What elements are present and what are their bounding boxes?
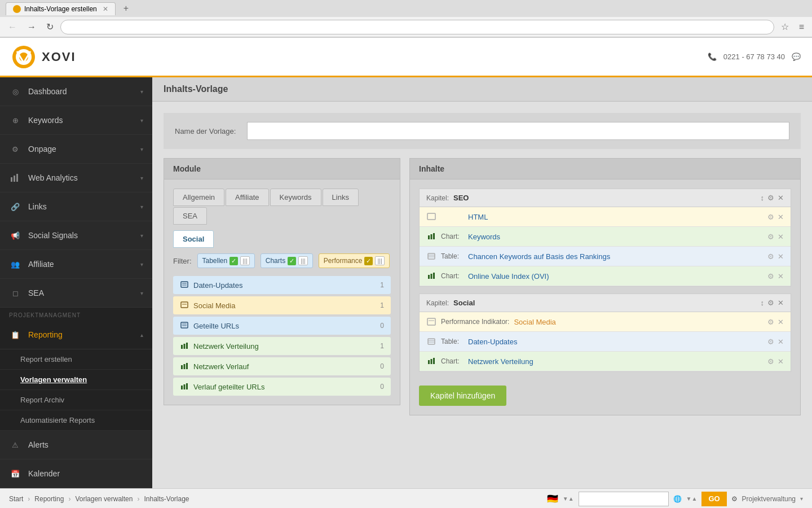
breadcrumb-start[interactable]: Start: [9, 495, 23, 503]
content-chart-keywords-close[interactable]: ✕: [778, 233, 784, 241]
module-item-daten-updates[interactable]: Daten-Updates 1: [173, 276, 391, 294]
content-table-daten-label[interactable]: Daten-Updates: [468, 338, 763, 346]
content-chart-keywords-label[interactable]: Keywords: [468, 233, 763, 241]
content-chart-ovi-close[interactable]: ✕: [778, 272, 784, 281]
flag-icon[interactable]: 🇩🇪: [547, 493, 558, 504]
form-name-input[interactable]: [247, 122, 789, 140]
sidebar-section-projektmanagement: PROJEKTMANAGMENT: [0, 308, 152, 321]
sidebar-sub-automatisierte-reports[interactable]: Automatisierte Reports: [0, 410, 152, 431]
content-chart-netzwerk-close[interactable]: ✕: [778, 357, 784, 366]
svg-rect-22: [186, 383, 188, 389]
filter-tabellen-bars[interactable]: |||: [240, 256, 250, 265]
module-item-geteilte-urls[interactable]: Geteilte URLs 0: [173, 317, 391, 335]
sidebar-item-keywords[interactable]: ⊕ Keywords ▾: [0, 106, 152, 135]
chapter-social-move-icon[interactable]: ↕: [761, 299, 765, 307]
sidebar-item-onpage[interactable]: ⚙ Onpage ▾: [0, 135, 152, 164]
flag-dropdown-icon[interactable]: ▼▲: [563, 496, 574, 502]
back-button[interactable]: ←: [5, 21, 20, 33]
filter-charts-check[interactable]: ✓: [288, 257, 296, 265]
sidebar-item-alerts[interactable]: ⚠ Alerts: [0, 431, 152, 459]
links-icon: 🔗: [9, 200, 21, 213]
chapter-social-settings-icon[interactable]: ⚙: [767, 299, 774, 307]
filter-performance-bars[interactable]: |||: [375, 256, 385, 265]
module-item-netzwerk-verteilung[interactable]: Netzwerk Verteilung 1: [173, 337, 391, 355]
module-item-social-media[interactable]: Social Media 1: [173, 296, 391, 314]
content-perf-social-type: Performance Indikator:: [441, 318, 509, 326]
chapter-seo-move-icon[interactable]: ↕: [761, 194, 765, 202]
content-perf-social-settings[interactable]: ⚙: [767, 318, 774, 326]
content-chart-keywords-icon: [426, 231, 436, 242]
sidebar-item-links[interactable]: 🔗 Links ▾: [0, 192, 152, 221]
content-chart-netzwerk-type: Chart:: [441, 357, 464, 365]
forward-button[interactable]: →: [24, 21, 39, 33]
keywords-icon: ⊕: [9, 114, 21, 126]
breadcrumb-vorlagen[interactable]: Vorlagen verwalten: [75, 495, 133, 503]
sidebar-item-reporting[interactable]: 📋 Reporting ▴: [0, 321, 152, 349]
reload-button[interactable]: ↻: [43, 20, 57, 33]
header-right: 📞 0221 - 67 78 73 40 💬: [708, 52, 801, 61]
filter-tabellen[interactable]: Tabellen ✓ |||: [197, 253, 255, 268]
sidebar-item-kalender[interactable]: 📅 Kalender: [0, 459, 152, 488]
sea-icon: ◻: [9, 287, 21, 299]
sidebar-sub-report-erstellen[interactable]: Report erstellen: [0, 349, 152, 370]
content-chart-ovi-settings[interactable]: ⚙: [767, 272, 774, 281]
add-chapter-button[interactable]: Kapitel hinzufügen: [419, 386, 506, 406]
content-chart-keywords-settings[interactable]: ⚙: [767, 233, 774, 241]
sidebar-item-social-signals[interactable]: 📢 Social Signals ▾: [0, 221, 152, 250]
settings-dropdown-icon[interactable]: ▾: [800, 496, 803, 502]
chapter-seo-settings-icon[interactable]: ⚙: [767, 194, 774, 202]
content-table-chancen-label[interactable]: Chancen Keywords auf Basis des Rankings: [468, 252, 763, 261]
filter-performance-check[interactable]: ✓: [364, 257, 373, 265]
content-item-table-chancen: Table: Chancen Keywords auf Basis des Ra…: [420, 247, 791, 266]
filter-charts[interactable]: Charts ✓ |||: [261, 253, 313, 268]
module-icon-geteilte-urls: [180, 321, 189, 330]
content-chart-netzwerk-settings[interactable]: ⚙: [767, 357, 774, 366]
content-html-label: HTML: [468, 213, 763, 221]
sidebar-item-affiliate[interactable]: 👥 Affiliate ▾: [0, 250, 152, 279]
bookmark-button[interactable]: ☆: [778, 20, 792, 33]
content-perf-social-label[interactable]: Social Media: [514, 318, 763, 326]
svg-rect-39: [431, 359, 433, 364]
tab-links[interactable]: Links: [323, 189, 359, 206]
svg-rect-5: [16, 174, 18, 182]
module-item-netzwerk-verlauf[interactable]: Netzwerk Verlauf 0: [173, 357, 391, 375]
chapter-social-close-icon[interactable]: ✕: [778, 299, 784, 307]
content-html-settings[interactable]: ⚙: [767, 213, 774, 221]
footer-domain-input[interactable]: www.blume2000.de: [579, 492, 669, 506]
address-bar[interactable]: suite.xovi.net/reporting/templates/conte…: [60, 20, 774, 34]
browser-tab[interactable]: Inhalts-Vorlage erstellen ✕: [6, 2, 116, 15]
content-chart-ovi-label[interactable]: Online Value Index (OVI): [468, 272, 763, 281]
tab-affiliate[interactable]: Affiliate: [226, 189, 268, 206]
module-label-daten-updates: Daten-Updates: [193, 281, 242, 290]
menu-button[interactable]: ≡: [796, 21, 807, 33]
tab-sea[interactable]: SEA: [173, 207, 207, 225]
content-perf-social-close[interactable]: ✕: [778, 318, 784, 326]
tab-close-btn[interactable]: ✕: [103, 5, 108, 13]
content-table-daten-close[interactable]: ✕: [778, 338, 784, 346]
content-html-close[interactable]: ✕: [778, 213, 784, 221]
footer-settings-label[interactable]: Projektverwaltung: [742, 495, 796, 503]
content-table-chancen-settings[interactable]: ⚙: [767, 252, 774, 261]
tab-allgemein[interactable]: Allgemein: [173, 189, 224, 206]
globe-dropdown[interactable]: ▼▲: [686, 496, 698, 502]
sidebar-item-dashboard[interactable]: ◎ Dashboard ▾: [0, 77, 152, 106]
sidebar-sub-report-archiv[interactable]: Report Archiv: [0, 390, 152, 410]
filter-charts-bars[interactable]: |||: [298, 256, 308, 265]
content-chart-netzwerk-label[interactable]: Netzwerk Verteilung: [468, 357, 763, 366]
module-item-verlauf-geteilter-urls[interactable]: Verlauf geteilter URLs 0: [173, 378, 391, 396]
tab-keywords[interactable]: Keywords: [270, 189, 321, 206]
footer-go-button[interactable]: GO: [701, 492, 726, 506]
tab-social[interactable]: Social: [173, 230, 214, 248]
filter-performance[interactable]: Performance ✓ |||: [319, 253, 390, 268]
filter-tabellen-check[interactable]: ✓: [230, 257, 238, 265]
sidebar-item-sea[interactable]: ◻ SEA ▾: [0, 279, 152, 308]
content-table-daten-settings[interactable]: ⚙: [767, 338, 774, 346]
content-item-chart-ovi: Chart: Online Value Index (OVI) ⚙ ✕: [420, 266, 791, 286]
breadcrumb-reporting[interactable]: Reporting: [34, 495, 64, 503]
content-table-chancen-close[interactable]: ✕: [778, 252, 784, 261]
sidebar-item-web-analytics[interactable]: Web Analytics ▾: [0, 164, 152, 192]
new-tab-button[interactable]: +: [120, 3, 132, 14]
chapter-seo-close-icon[interactable]: ✕: [778, 194, 784, 202]
sidebar-label-affiliate: Affiliate: [28, 260, 134, 269]
sidebar-sub-vorlagen-verwalten[interactable]: Vorlagen verwalten: [0, 370, 152, 390]
